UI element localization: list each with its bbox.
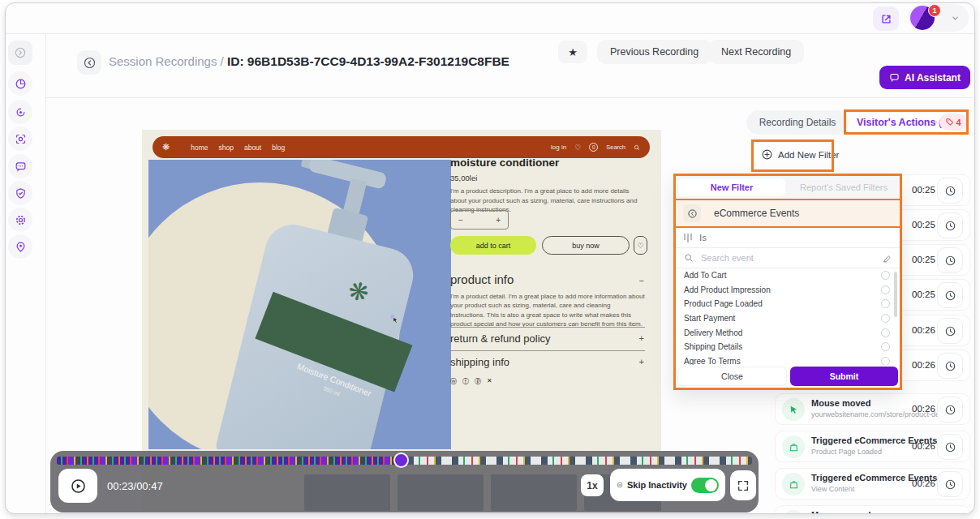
- timeline-remaining[interactable]: [402, 457, 752, 465]
- tab-recording-details[interactable]: Recording Details: [746, 110, 849, 135]
- recording-eye-icon: [15, 133, 27, 145]
- submit-button[interactable]: Submit: [790, 367, 898, 386]
- return-policy-heading[interactable]: return & refund policy: [450, 332, 551, 345]
- page-title: ID: 96B1D53B-7CC9-4D13-99A2-F301219C8FBE: [227, 54, 509, 68]
- speed-button[interactable]: 1x: [581, 474, 604, 496]
- favorite-button[interactable]: ★: [558, 41, 587, 63]
- event-row-mouse-moved[interactable]: Mouse moved: [775, 505, 970, 514]
- expand-glyph-shipping[interactable]: +: [639, 357, 644, 367]
- ai-assistant-button[interactable]: AI Assistant: [879, 66, 970, 89]
- jump-to-time-button[interactable]: [937, 212, 963, 238]
- clock-icon: [944, 220, 956, 232]
- filter-operator-row[interactable]: Is: [676, 228, 900, 248]
- event-row-ecommerce[interactable]: Triggered eCommerce EventsProduct Page L…: [775, 431, 970, 462]
- sidebar-item-settings[interactable]: [8, 208, 32, 232]
- expand-glyph-return[interactable]: +: [639, 333, 644, 343]
- gear-icon: [15, 214, 27, 226]
- filter-type-row[interactable]: eCommerce Events: [676, 200, 900, 226]
- breadcrumb: Session Recordings / ID: 96B1D53B-7CC9-4…: [109, 54, 509, 69]
- sidebar-item-dashboards[interactable]: [8, 71, 32, 96]
- jump-to-time-button[interactable]: [937, 353, 963, 379]
- facebook-icon[interactable]: ⓕ: [462, 377, 469, 386]
- option-delivery-method[interactable]: Delivery Method: [676, 325, 900, 340]
- shipping-info-heading[interactable]: shipping info: [450, 356, 509, 368]
- preview-logo-icon: ❋: [162, 142, 170, 152]
- preview-nav-shop[interactable]: shop: [218, 144, 233, 152]
- jump-to-time-button[interactable]: [937, 434, 963, 460]
- pinterest-icon[interactable]: ⓟ: [475, 377, 481, 386]
- back-button[interactable]: [77, 50, 101, 75]
- radio-button[interactable]: [881, 314, 890, 323]
- tab-new-filter[interactable]: New Filter: [678, 178, 785, 196]
- clear-eraser-icon[interactable]: [881, 253, 892, 264]
- cursor-icon: [789, 405, 799, 415]
- timeline-played[interactable]: [57, 457, 402, 465]
- heat-swirl-icon: [15, 106, 27, 118]
- event-options-list: Add To Cart Add Product Impression Produ…: [676, 268, 900, 370]
- share-button[interactable]: [873, 6, 899, 31]
- back-circle-icon[interactable]: [683, 204, 701, 222]
- sidebar-item-privacy[interactable]: [8, 181, 32, 205]
- play-pause-button[interactable]: [58, 469, 97, 503]
- option-add-product-impression[interactable]: Add Product Impression: [676, 283, 900, 298]
- jump-to-time-button[interactable]: [937, 247, 963, 273]
- jump-to-time-button[interactable]: [937, 282, 963, 308]
- account-menu[interactable]: 1: [909, 4, 969, 32]
- favorite-product-button[interactable]: ♡: [634, 236, 647, 255]
- chat-icon: [15, 161, 27, 173]
- option-product-page-loaded[interactable]: Product Page Loaded: [676, 297, 900, 311]
- jump-to-time-button[interactable]: [937, 318, 963, 344]
- product-info-heading[interactable]: product info: [450, 272, 514, 286]
- sidebar-item-collapse[interactable]: [8, 41, 32, 65]
- x-icon[interactable]: ✕: [487, 377, 492, 386]
- notification-badge: 1: [928, 4, 941, 17]
- add-to-cart-button[interactable]: add to cart: [450, 236, 536, 255]
- product-info-text: I'm a product detail. I'm a great place …: [450, 292, 647, 328]
- breadcrumb-section[interactable]: Session Recordings /: [109, 54, 227, 68]
- radio-button[interactable]: [881, 285, 890, 294]
- whatsapp-icon[interactable]: ⓦ: [450, 377, 457, 386]
- jump-to-time-button[interactable]: [937, 397, 963, 422]
- sidebar-item-session-recordings[interactable]: [8, 127, 32, 151]
- previous-recording-button[interactable]: Previous Recording: [597, 40, 711, 64]
- jump-to-time-button[interactable]: [937, 471, 963, 497]
- preview-nav-home[interactable]: home: [191, 144, 208, 152]
- event-row-ecommerce[interactable]: Triggered eCommerce EventsView Content 0…: [775, 468, 970, 500]
- radio-button[interactable]: [881, 271, 890, 280]
- qty-plus[interactable]: +: [496, 216, 501, 225]
- tab-saved-filters[interactable]: Report's Saved Filters: [788, 176, 900, 199]
- scrollbar[interactable]: [894, 272, 897, 317]
- event-row-mouse-moved[interactable]: Mouse movedyourwebsitename.com/store/pro…: [775, 393, 970, 425]
- fast-forward-icon: [617, 478, 623, 491]
- search-event-input[interactable]: Search event: [701, 253, 874, 263]
- preview-nav-about[interactable]: about: [244, 144, 261, 152]
- clock-icon: [944, 290, 956, 302]
- radio-button[interactable]: [881, 342, 890, 351]
- sidebar-item-journeys[interactable]: [8, 234, 32, 259]
- social-icons: ⓦ ⓕ ⓟ ✕: [450, 377, 492, 386]
- skip-inactivity-toggle[interactable]: [691, 478, 719, 493]
- buy-now-button[interactable]: buy now: [542, 236, 630, 255]
- clock-icon: [944, 441, 956, 453]
- collapse-glyph[interactable]: −: [639, 276, 644, 285]
- close-button[interactable]: Close: [677, 367, 787, 386]
- radio-button[interactable]: [881, 328, 890, 337]
- filter-search-row[interactable]: Search event: [676, 248, 900, 268]
- qty-minus[interactable]: −: [458, 216, 463, 225]
- sidebar-item-feedback[interactable]: [8, 154, 32, 178]
- clock-icon: [944, 185, 956, 197]
- preview-nav-blog[interactable]: blog: [272, 144, 285, 152]
- option-add-to-cart[interactable]: Add To Cart: [676, 268, 900, 283]
- pin-person-icon: [15, 241, 27, 253]
- option-shipping-details[interactable]: Shipping Details: [676, 340, 900, 354]
- fullscreen-button[interactable]: [730, 470, 756, 500]
- timeline-playhead[interactable]: [393, 453, 409, 468]
- next-recording-button[interactable]: Next Recording: [708, 40, 804, 64]
- annotation-box-actions: [844, 109, 969, 135]
- playback-controls: 00:23/00:47 1x Skip Inactivity: [50, 451, 759, 513]
- option-start-payment[interactable]: Start Payment: [676, 311, 900, 326]
- jump-to-time-button[interactable]: [937, 178, 963, 204]
- quantity-stepper[interactable]: − +: [450, 210, 509, 229]
- sidebar-item-heatmaps[interactable]: [8, 100, 32, 124]
- radio-button[interactable]: [881, 299, 890, 308]
